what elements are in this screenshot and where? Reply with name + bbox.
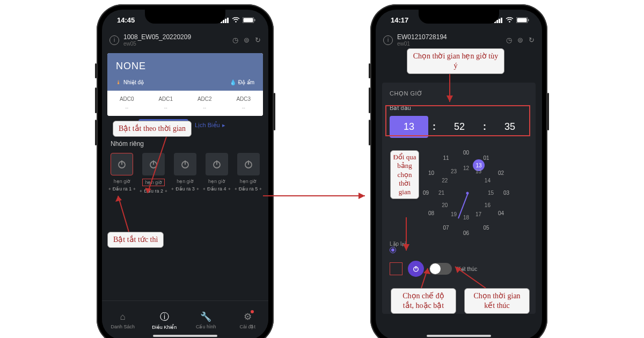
svg-rect-20 xyxy=(499,19,500,23)
svg-rect-25 xyxy=(528,19,529,21)
device-id: 1008_EW05_20220209 xyxy=(123,33,232,41)
clock-tick-inner[interactable]: 17 xyxy=(475,211,481,217)
clock-tick-inner[interactable]: 23 xyxy=(451,168,457,174)
refresh-icon[interactable]: ↻ xyxy=(529,36,535,44)
adc2: ADC2-- xyxy=(185,96,224,111)
power-button-1[interactable] xyxy=(111,153,133,175)
redbox-timerow xyxy=(385,105,530,136)
callout-instant-toggle: Bật tắt tức thì xyxy=(107,232,164,248)
svg-rect-7 xyxy=(254,19,255,21)
clock-tick-outer[interactable]: 03 xyxy=(503,190,509,196)
clock-tick-outer[interactable]: 10 xyxy=(428,170,434,176)
clock-tick-outer[interactable]: 01 xyxy=(484,155,489,161)
adc3: ADC3-- xyxy=(224,96,264,111)
power-button-4[interactable] xyxy=(206,153,228,175)
output-row: hẹn giờ ✦Đầu ra 1✦ hẹn giờ ✦Đầu ra 2✦ hẹ… xyxy=(102,151,268,196)
device-subname: ew05 xyxy=(123,41,232,47)
home-indicator[interactable] xyxy=(427,335,491,337)
bottom-nav: ⌂Danh Sách ⓘĐiều Khiển 🔧Cấu hình ⚙Cài đặ… xyxy=(102,300,268,338)
timer-label-4[interactable]: hẹn giờ xyxy=(202,179,231,184)
clock-tick-outer[interactable]: 08 xyxy=(428,210,434,216)
output-1: hẹn giờ ✦Đầu ra 1✦ xyxy=(107,153,137,194)
clock-tick-inner[interactable]: 16 xyxy=(485,202,491,208)
repeat-row: Lặp lại xyxy=(390,241,528,253)
timer-label-3[interactable]: hẹn giờ xyxy=(171,179,200,184)
device-subname: ew01 xyxy=(397,41,506,47)
power-button-5[interactable] xyxy=(237,153,260,175)
clock-tick-outer[interactable]: 00 xyxy=(463,150,469,156)
clock-tick-outer[interactable]: 07 xyxy=(443,225,449,231)
output-5: hẹn giờ ✦Đầu ra 5✦ xyxy=(233,153,263,194)
callout-switch-panel: Đổi qua bảng chọn thời gian xyxy=(390,150,419,199)
clock-tick-inner[interactable]: 12 xyxy=(463,165,469,171)
svg-point-4 xyxy=(235,21,237,23)
callout-choose-end: Chọn thời gian kết thúc xyxy=(464,288,530,314)
output-4: hẹn giờ ✦Đầu ra 4✦ xyxy=(202,153,231,194)
nav-settings[interactable]: ⚙Cài đặt xyxy=(227,301,269,338)
arrow-between-phones xyxy=(263,188,370,204)
modal-title: CHỌN GIỜ xyxy=(390,90,528,97)
clock-tick-outer[interactable]: 11 xyxy=(443,155,449,161)
clock-tick-inner[interactable]: 15 xyxy=(488,190,494,196)
clock-tick-inner[interactable]: 14 xyxy=(485,178,491,183)
adc0: ADC0-- xyxy=(107,96,147,111)
clock-icon[interactable]: ◷ xyxy=(506,36,512,44)
humidity-sensor: 💧Độ ẩm xyxy=(230,79,254,85)
svg-rect-24 xyxy=(517,18,527,22)
clock-tick-inner[interactable]: 13 xyxy=(475,168,481,174)
end-toggle[interactable] xyxy=(429,263,452,275)
nav-control[interactable]: ⓘĐiều Khiển xyxy=(144,301,186,338)
clock-tick-outer[interactable]: 02 xyxy=(498,170,504,176)
clock-tick-inner[interactable]: 22 xyxy=(442,178,448,183)
tab-schedule[interactable]: Lịch Biểu ▸ xyxy=(188,119,232,131)
info-icon[interactable]: i xyxy=(109,35,119,45)
screen-left: 14:45 i 1008_EW05_20220209 ew05 ◷ ⊚ ↻ NO… xyxy=(102,10,268,338)
clock-tick-inner[interactable]: 19 xyxy=(451,211,457,217)
callout-time-toggle: Bật tắt theo thời gian xyxy=(113,121,192,137)
svg-rect-2 xyxy=(225,19,226,23)
svg-rect-3 xyxy=(227,18,229,23)
timer-label-1[interactable]: hẹn giờ xyxy=(107,179,137,184)
status-card: NONE 🌡Nhiệt độ 💧Độ ẩm ADC0-- ADC1-- ADC2… xyxy=(107,53,263,116)
power-button-2[interactable] xyxy=(142,153,165,175)
scene-name: NONE xyxy=(116,61,254,72)
svg-marker-33 xyxy=(358,193,365,199)
info-icon[interactable]: i xyxy=(383,35,393,45)
svg-rect-21 xyxy=(501,18,502,23)
clock-tick-outer[interactable]: 05 xyxy=(484,225,489,231)
clock-tick-inner[interactable]: 18 xyxy=(463,215,469,221)
clock-tick-inner[interactable]: 21 xyxy=(438,190,444,196)
device-header: i EW01210728194 ew01 ◷ ⊚ ↻ xyxy=(376,30,542,50)
power-button-3[interactable] xyxy=(174,153,196,175)
clock-tick-inner[interactable]: 20 xyxy=(442,202,448,208)
home-indicator[interactable] xyxy=(153,335,217,337)
wifi-icon xyxy=(232,17,240,23)
svg-point-22 xyxy=(509,21,510,23)
device-header: i 1008_EW05_20220209 ew05 ◷ ⊚ ↻ xyxy=(102,30,268,50)
section-title: Nhóm riêng xyxy=(102,135,268,151)
battery-icon xyxy=(516,17,529,23)
clock-tick-outer[interactable]: 09 xyxy=(423,190,429,196)
clock-time: 14:17 xyxy=(391,16,408,24)
clock-face[interactable]: 13 0001020304050607080910111213141516171… xyxy=(422,148,513,239)
callout-choose-time: Chọn thời gian hẹn giờ tùy ý xyxy=(407,48,504,74)
mode-redbox-target xyxy=(390,262,402,275)
refresh-icon[interactable]: ↻ xyxy=(255,36,261,44)
end-label: Kết thúc xyxy=(457,266,477,272)
repeat-radio[interactable] xyxy=(390,247,396,253)
clock-icon[interactable]: ◷ xyxy=(232,36,238,44)
nav-config[interactable]: 🔧Cấu hình xyxy=(185,301,227,338)
power-mode-button[interactable] xyxy=(408,261,424,277)
output-3: hẹn giờ ✦Đầu ra 3✦ xyxy=(171,153,200,194)
clock-tick-outer[interactable]: 04 xyxy=(498,210,504,216)
battery-icon xyxy=(243,17,255,23)
nav-list[interactable]: ⌂Danh Sách xyxy=(102,301,144,338)
wifi-small-icon[interactable]: ⊚ xyxy=(517,36,523,44)
output-2: hẹn giờ ✦Đầu ra 2✦ xyxy=(139,153,169,194)
timer-label-5[interactable]: hẹn giờ xyxy=(233,179,263,184)
clock-tick-outer[interactable]: 06 xyxy=(463,230,469,236)
timer-label-2[interactable]: hẹn giờ xyxy=(142,179,165,186)
wifi-small-icon[interactable]: ⊚ xyxy=(244,36,250,44)
adc1: ADC1-- xyxy=(147,96,186,111)
device-id: EW01210728194 xyxy=(397,33,506,41)
